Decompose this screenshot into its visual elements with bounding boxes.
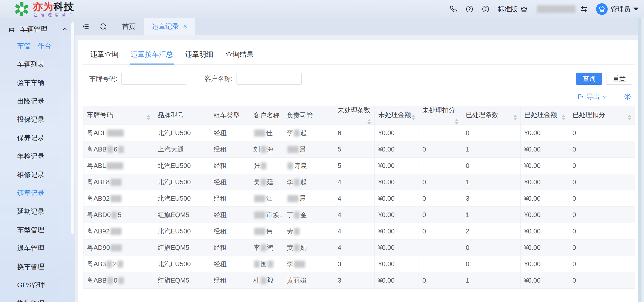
redacted-text <box>268 261 273 268</box>
phone-icon[interactable] <box>449 5 457 13</box>
table-cell: ¥0.00 <box>521 190 569 207</box>
table-row[interactable]: 粤AB92北汽EU500经租伟劳4¥0.0002¥0.000 <box>83 223 635 239</box>
table-cell: ¥0.00 <box>375 158 419 174</box>
table-cell: 粤ABL <box>83 158 154 174</box>
search-button[interactable]: 查询 <box>576 73 602 85</box>
table-row[interactable]: 粤ABB0红旗EQM5经租杜毅黄丽娟3¥0.0001¥0.000 <box>83 272 635 289</box>
brand-name: 亦为科技 <box>33 2 76 12</box>
table-cell: 1 <box>462 141 521 158</box>
user-dropdown-arrow-icon[interactable] <box>633 8 638 13</box>
support-icon[interactable] <box>482 5 490 13</box>
sidebar-item-14[interactable]: 指标管理 <box>0 294 75 302</box>
export-button[interactable]: 导出 <box>577 92 608 101</box>
table-cell: 3 <box>462 190 521 207</box>
table-row[interactable]: 粤ABB6上汽大通经租刘海晨5¥0.0001¥0.000 <box>83 141 635 158</box>
redacted-text <box>537 5 576 13</box>
table-cell: 4 <box>334 174 375 190</box>
sidebar-item-4[interactable]: 投保记录 <box>0 110 75 129</box>
table-cell: 1 <box>462 272 521 289</box>
scrollbar-track[interactable] <box>641 18 644 302</box>
redacted-text <box>107 261 112 268</box>
redacted-text <box>254 195 265 202</box>
table-cell: 0 <box>569 125 635 141</box>
sidebar-item-7[interactable]: 维修记录 <box>0 166 75 184</box>
sidebar-item-0[interactable]: 车管工作台 <box>0 37 75 55</box>
table-cell: 粤AD90 <box>83 239 154 256</box>
sort-carets-icon[interactable] <box>513 115 517 120</box>
switch-account-icon[interactable] <box>580 5 588 13</box>
plate-label: 车牌号码: <box>89 74 117 83</box>
customer-input[interactable] <box>237 73 302 85</box>
table-cell: 0 <box>419 223 462 239</box>
table-cell: ¥0.00 <box>375 174 419 190</box>
table-cell: 0 <box>569 223 635 239</box>
user-role-label: 管理员 <box>611 5 630 14</box>
sidebar-item-13[interactable]: GPS管理 <box>0 276 75 294</box>
sort-carets-icon[interactable] <box>147 115 150 120</box>
gear-icon[interactable] <box>624 93 631 101</box>
sort-carets-icon[interactable] <box>562 115 565 120</box>
table-cell: 黄丽娟 <box>283 272 334 289</box>
table-cell: ¥0.00 <box>521 223 569 239</box>
table-row[interactable]: 粤AD90红旗EQM5经租李鸿黄娟4¥0.000¥0.000 <box>83 239 635 256</box>
redacted-text <box>107 162 123 169</box>
table-row[interactable]: 粤ABL北汽EU500经租张诗晨5¥0.000¥0.000 <box>83 158 635 174</box>
table-row[interactable]: 粤ABL8北汽EU500经租吴廷李起4¥0.0001¥0.000 <box>83 174 635 190</box>
sidebar-item-8[interactable]: 违章记录 <box>0 184 75 202</box>
collapse-sidebar-icon[interactable] <box>82 23 89 30</box>
sort-carets-icon[interactable] <box>412 115 415 120</box>
version-label: 标准版 <box>498 5 517 14</box>
reset-button[interactable]: 重置 <box>606 73 632 85</box>
redacted-text <box>287 195 299 202</box>
table-row[interactable]: 粤ADL北汽EU500经租佳李起6¥0.000¥0.000 <box>83 125 635 141</box>
sort-carets-icon[interactable] <box>455 119 458 125</box>
sidebar-item-1[interactable]: 车辆列表 <box>0 55 75 74</box>
sort-carets-icon[interactable] <box>367 119 371 125</box>
sidebar-group-label: 车辆管理 <box>20 25 47 34</box>
sidebar-group-vehicle-management[interactable]: 车辆管理 <box>0 18 75 37</box>
subtab-3[interactable]: 查询结果 <box>224 47 255 65</box>
help-icon[interactable] <box>465 5 474 13</box>
table-cell: ¥0.00 <box>521 207 569 223</box>
table-cell: ¥0.00 <box>521 158 569 174</box>
scrollbar-thumb[interactable] <box>638 18 641 302</box>
table-cell: 江 <box>250 190 283 207</box>
table-cell: 粤AB02 <box>83 190 154 207</box>
subtab-0[interactable]: 违章查询 <box>89 47 120 65</box>
sidebar-item-11[interactable]: 退车管理 <box>0 239 75 258</box>
tabbar-tab-1[interactable]: 违章记录× <box>144 18 195 35</box>
table-cell: 0 <box>462 239 521 256</box>
chevron-up-icon[interactable] <box>62 26 68 33</box>
plate-input[interactable] <box>121 73 186 85</box>
sidebar-item-9[interactable]: 延期记录 <box>0 202 75 221</box>
table-row[interactable]: 粤AB02北汽EU500经租江晨4¥0.0003¥0.000 <box>83 190 635 207</box>
redacted-text <box>294 212 300 219</box>
sidebar-item-12[interactable]: 换车管理 <box>0 258 75 276</box>
sidebar-item-3[interactable]: 出险记录 <box>0 92 75 110</box>
redacted-text <box>261 162 266 169</box>
sidebar-item-6[interactable]: 年检记录 <box>0 147 75 166</box>
table-cell: 6 <box>334 125 375 141</box>
user-menu[interactable]: 管 管理员 <box>596 3 638 15</box>
close-icon[interactable]: × <box>183 23 187 30</box>
table-row[interactable]: 粤AB32北汽EU500经租国李3¥0.000¥0.000 <box>83 256 635 272</box>
table-toolbar: 导出 <box>83 92 631 101</box>
crown-icon[interactable] <box>520 5 528 13</box>
tabbar-tab-0[interactable]: 首页 <box>114 18 144 35</box>
window-scrollbar[interactable] <box>638 18 644 302</box>
subtab-1[interactable]: 违章按车汇总 <box>130 47 174 65</box>
table-cell: 经租 <box>210 190 250 207</box>
table-cell: 晨 <box>283 190 334 207</box>
redacted-text <box>107 277 113 284</box>
sidebar-item-5[interactable]: 保养记录 <box>0 129 75 147</box>
sort-carets-icon[interactable] <box>628 115 631 120</box>
refresh-icon[interactable] <box>99 23 107 30</box>
sidebar-item-2[interactable]: 验车车辆 <box>0 74 75 92</box>
avatar[interactable]: 管 <box>596 3 608 15</box>
sidebar-scrollbar-thumb[interactable] <box>71 22 74 234</box>
table-row[interactable]: 粤ABD05红旗EQM5经租市焕...丁金4¥0.0001¥0.000 <box>83 207 635 223</box>
sidebar-item-10[interactable]: 车型管理 <box>0 221 75 239</box>
subtab-2[interactable]: 违章明细 <box>184 47 214 65</box>
table-cell: 粤ABD05 <box>83 207 154 223</box>
redacted-text <box>110 228 122 235</box>
